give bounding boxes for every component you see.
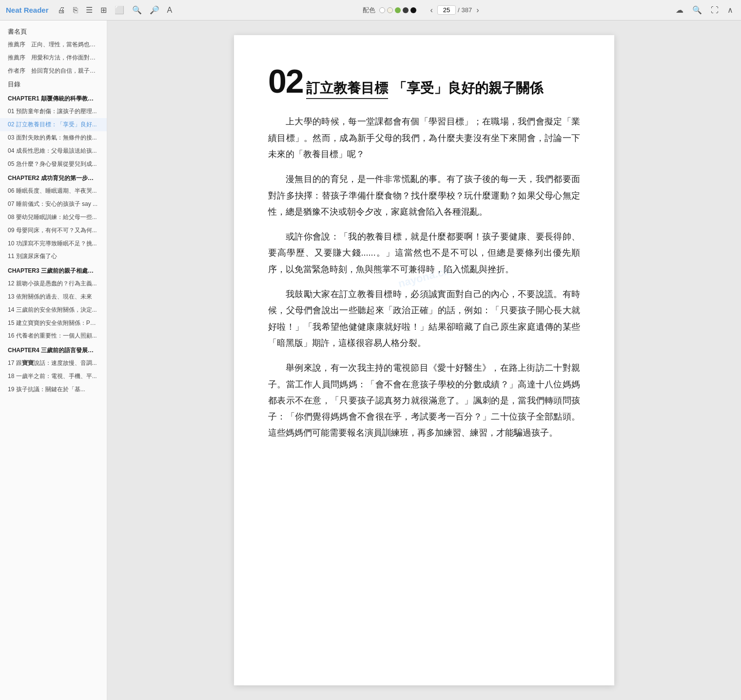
paragraph-2: 漫無目的的育兒，是一件非常慌亂的事。有了孩子後的每一天，我們都要面對許多抉擇：替… [268,171,580,220]
chapter-subtitle: 「享受」良好的親子關係 [393,80,543,97]
copy-icon[interactable]: ⎘ [71,5,80,16]
main: 書名頁 推薦序 正向、理性，當爸媽也能勇敢... 推薦序 用愛和方法，伴你面對育… [0,20,741,700]
search3-icon[interactable]: 🔍 [690,4,704,16]
sidebar-item-ch4-19[interactable]: 19 孩子抗議：關鍵在於「基... [0,383,107,396]
sidebar-item-ch3-13[interactable]: 13 依附關係的過去、現在、未來 [0,290,107,303]
next-page-button[interactable]: › [474,5,481,16]
prev-page-button[interactable]: ‹ [428,5,435,16]
white-dot[interactable] [379,7,385,13]
paragraph-1: 上大學的時候，每一堂課都會有個「學習目標」；在職場，我們會擬定「業績目標」。然而… [268,114,580,162]
sidebar-item-ch3-12[interactable]: 12 親吻小孩是愚蠢的？行為主義... [0,277,107,290]
total-pages: 387 [462,6,472,14]
fullscreen-icon[interactable]: ⛶ [709,5,721,16]
sidebar-item-ch3-15[interactable]: 15 建立寶寶的安全依附關係：PO... [0,317,107,330]
sidebar-item-ch2-11[interactable]: 11 別讓尿床傷了心 [0,250,107,263]
search-icon[interactable]: 🔍 [130,4,144,16]
toolbar-right: ☁ 🔍 ⛶ ∧ [674,4,735,16]
page-number-input[interactable] [437,5,456,15]
sidebar: 書名頁 推薦序 正向、理性，當爸媽也能勇敢... 推薦序 用愛和方法，伴你面對育… [0,20,107,700]
chapter-title: 訂立教養目標 [306,80,388,99]
menu-icon[interactable]: ☰ [84,4,95,16]
page-separator: / [458,6,460,14]
sidebar-chapter1[interactable]: CHAPTER1 顛覆傳統的科學教養心法 [0,91,107,105]
app-title: Neat Reader [6,6,49,14]
sidebar-chapter3[interactable]: CHAPTER3 三歲前的親子相處重點：... [0,263,107,277]
sidebar-item-ch1-01[interactable]: 01 預防童年創傷：讓孩子的壓理... [0,105,107,118]
reader: 02 訂立教養目標 「享受」良好的親子關係 nayona.cn 上大學的時候，每… [107,20,741,700]
body-text: nayona.cn 上大學的時候，每一堂課都會有個「學習目標」；在職場，我們會擬… [268,114,580,441]
view-icon[interactable]: ⬜ [113,4,126,16]
sidebar-item-author[interactable]: 作者序 拾回育兒的自信，親子情意聚... [0,64,107,78]
chapter-heading: 02 訂立教養目標 「享受」良好的親子關係 [268,64,580,99]
sidebar-chapter4[interactable]: CHAPTER4 三歲前的語言發展重點：... [0,342,107,357]
sidebar-chapter2[interactable]: CHAPTER2 成功育兒的第一步：就是... [0,170,107,184]
sidebar-item-ch2-06[interactable]: 06 睡眠長度、睡眠週期、半夜哭... [0,184,107,198]
sidebar-item-ch3-14[interactable]: 14 三歲前的安全依附關係，決定... [0,303,107,317]
toolbar: Neat Reader 🖨 ⎘ ☰ ⊞ ⬜ 🔍 🔎 A 配色 ‹ / 387 ›… [0,0,741,20]
grid-icon[interactable]: ⊞ [98,4,109,16]
sidebar-item-ch1-02[interactable]: 02 訂立教養目標：「享受」良好... [0,118,107,131]
sidebar-book-title[interactable]: 書名頁 [0,24,107,38]
page-nav: 配色 ‹ / 387 › [363,5,482,16]
sidebar-item-ch3-16[interactable]: 16 代養者的重要性：一個人照顧... [0,329,107,342]
dark-dot[interactable] [403,7,409,13]
sidebar-item-ch2-08[interactable]: 08 嬰幼兒睡眠訓練：給父母一些... [0,211,107,224]
collapse-icon[interactable]: ∧ [725,4,735,16]
color-label: 配色 [363,6,375,15]
sidebar-item-ch1-05[interactable]: 05 急什麼？身心發展從嬰兒到成... [0,158,107,171]
sidebar-item-ch2-07[interactable]: 07 睡前儀式：安心的孩孩子 say ... [0,198,107,211]
font-icon[interactable]: A [165,5,175,16]
paragraph-3: 或許你會說：「我的教養目標，就是什麼都要啊！孩子要健康、要長得帥、要高學歷、又要… [268,229,580,278]
sidebar-item-foreword1[interactable]: 推薦序 正向、理性，當爸媽也能勇敢... [0,38,107,51]
black-dot[interactable] [410,7,416,13]
sidebar-item-ch1-04[interactable]: 04 成長性思維：父母最該送給孩... [0,144,107,158]
green-dot[interactable] [395,7,401,13]
book-page: 02 訂立教養目標 「享受」良好的親子關係 nayona.cn 上大學的時候，每… [234,35,614,685]
sidebar-item-ch4-18[interactable]: 18 一歲半之前：電視、手機、平... [0,370,107,383]
sidebar-item-foreword2[interactable]: 推薦序 用愛和方法，伴你面對育兒的... [0,51,107,64]
chapter-num: 02 [268,64,303,98]
toolbar-left: Neat Reader 🖨 ⎘ ☰ ⊞ ⬜ 🔍 🔎 A [6,4,174,16]
color-dots [379,7,416,13]
sidebar-item-ch4-17[interactable]: 17 跟寶寶說話：速度故慢、音調... [0,357,107,370]
paragraph-4: 我鼓勵大家在訂立教養目標時，必須誠實面對自己的內心，不要說謊。有時候，父母們會說… [268,286,580,351]
sidebar-item-ch2-10[interactable]: 10 功課寫不完導致睡眠不足？挑... [0,237,107,250]
sidebar-toc[interactable]: 目錄 [0,77,107,91]
save-icon[interactable]: 🖨 [56,5,67,16]
cloud-icon[interactable]: ☁ [674,4,685,16]
search2-icon[interactable]: 🔎 [148,4,161,16]
paragraph-5: 舉例來說，有一次我主持的電視節目《愛十好醫生》，在路上街訪二十對親子。當工作人員… [268,360,580,441]
sidebar-item-ch1-03[interactable]: 03 面對失敗的勇氣：無條件的接... [0,131,107,144]
cream-dot[interactable] [387,7,393,13]
sidebar-item-ch2-09[interactable]: 09 母嬰同床，有何不可？又為何... [0,224,107,237]
